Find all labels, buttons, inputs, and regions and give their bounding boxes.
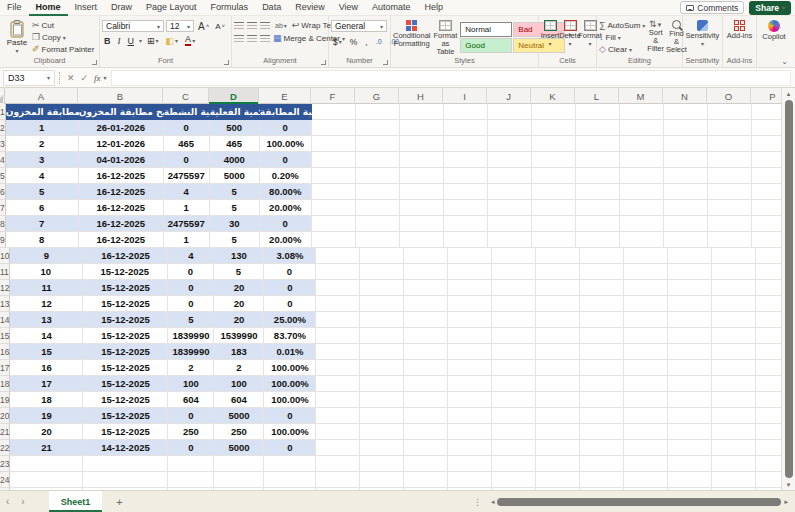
autosum-button[interactable]: ∑AutoSum▾ [599, 20, 645, 31]
font-color-button[interactable]: A▾ [183, 35, 197, 46]
cell-L23[interactable] [580, 456, 624, 472]
cell-C9[interactable]: 1 [164, 232, 210, 248]
cell-J14[interactable] [492, 312, 536, 328]
cell-B24[interactable] [83, 472, 168, 488]
cell-M13[interactable] [624, 296, 668, 312]
menu-tab-draw[interactable]: Draw [104, 0, 139, 16]
cell-C15[interactable]: 1839990 [168, 328, 214, 344]
cell-F5[interactable] [312, 168, 356, 184]
row-header-22[interactable]: 22 [0, 440, 10, 456]
cell-L22[interactable] [580, 440, 624, 456]
cut-button[interactable]: ✂Cut [32, 20, 94, 31]
sensitivity-button[interactable]: Sensitivity ▾ [685, 18, 720, 48]
column-header-L[interactable]: L [575, 88, 619, 104]
addins-button[interactable]: Add-ins [725, 18, 754, 40]
cell-G22[interactable] [360, 440, 404, 456]
row-header-19[interactable]: 19 [0, 392, 10, 408]
cell-E12[interactable]: 0 [264, 280, 316, 296]
cell-A1[interactable]: رقم مطابقة المخزون [6, 104, 79, 120]
cell-G7[interactable] [356, 200, 400, 216]
scrollbar-resize-handle[interactable]: ⋮ [473, 497, 482, 507]
cell-E4[interactable]: 0 [260, 152, 312, 168]
column-header-A[interactable]: A [5, 88, 78, 104]
cell-L14[interactable] [580, 312, 624, 328]
fill-button[interactable]: ↓Fill▾ [599, 32, 645, 43]
cell-B17[interactable]: 15-12-2025 [83, 360, 168, 376]
row-header-23[interactable]: 23 [0, 456, 10, 472]
formula-input[interactable] [111, 70, 791, 86]
cell-C20[interactable]: 0 [168, 408, 214, 424]
cell-A2[interactable]: 1 [6, 120, 79, 136]
cell-J24[interactable] [492, 472, 536, 488]
cell-B6[interactable]: 16-12-2025 [79, 184, 164, 200]
cell-G18[interactable] [360, 376, 404, 392]
cell-I20[interactable] [448, 408, 492, 424]
cell-C4[interactable]: 0 [164, 152, 210, 168]
cell-D12[interactable]: 20 [214, 280, 264, 296]
align-right-icon[interactable] [260, 35, 270, 43]
cell-H23[interactable] [404, 456, 448, 472]
align-left-icon[interactable] [234, 35, 244, 43]
cell-A23[interactable] [10, 456, 83, 472]
cell-J4[interactable] [488, 152, 532, 168]
cell-B11[interactable]: 15-12-2025 [83, 264, 168, 280]
cell-B4[interactable]: 04-01-2026 [79, 152, 164, 168]
cell-O12[interactable] [712, 280, 756, 296]
cancel-formula-icon[interactable]: ✕ [67, 73, 75, 83]
cell-J1[interactable] [488, 104, 532, 120]
font-name-select[interactable]: Calibri▾ [102, 20, 164, 32]
cell-N12[interactable] [668, 280, 712, 296]
cell-B12[interactable]: 15-12-2025 [83, 280, 168, 296]
cell-F18[interactable] [316, 376, 360, 392]
comma-button[interactable]: , [363, 37, 369, 47]
cell-G10[interactable] [360, 248, 404, 264]
cell-N7[interactable] [664, 200, 708, 216]
cell-F21[interactable] [316, 424, 360, 440]
menu-tab-help[interactable]: Help [418, 0, 451, 16]
cell-H15[interactable] [404, 328, 448, 344]
cell-M10[interactable] [624, 248, 668, 264]
alignment-dialog-launcher[interactable] [321, 60, 326, 65]
cell-B10[interactable]: 16-12-2025 [83, 248, 168, 264]
cell-D7[interactable]: 5 [210, 200, 260, 216]
cell-H7[interactable] [400, 200, 444, 216]
cell-N22[interactable] [668, 440, 712, 456]
cell-E24[interactable] [264, 472, 316, 488]
cell-C5[interactable]: 2475597 [164, 168, 210, 184]
cell-D21[interactable]: 250 [214, 424, 264, 440]
cell-C8[interactable]: 2475597 [164, 216, 210, 232]
cell-K24[interactable] [536, 472, 580, 488]
clear-button[interactable]: ◇Clear▾ [599, 44, 645, 55]
cell-E1[interactable]: نسبة المطابقة [260, 104, 312, 120]
cell-O8[interactable] [708, 216, 752, 232]
cell-E2[interactable]: 0 [260, 120, 312, 136]
cell-L4[interactable] [576, 152, 620, 168]
cell-H5[interactable] [400, 168, 444, 184]
cell-O13[interactable] [712, 296, 756, 312]
cell-O21[interactable] [712, 424, 756, 440]
cell-N8[interactable] [664, 216, 708, 232]
cell-D1[interactable]: الكمية الفعلية [210, 104, 260, 120]
conditional-formatting-button[interactable]: Conditional Formatting [393, 18, 431, 48]
cell-K11[interactable] [536, 264, 580, 280]
menu-tab-home[interactable]: Home [29, 0, 68, 16]
cell-L5[interactable] [576, 168, 620, 184]
column-header-E[interactable]: E [259, 88, 311, 104]
cell-O4[interactable] [708, 152, 752, 168]
cell-K22[interactable] [536, 440, 580, 456]
cell-I6[interactable] [444, 184, 488, 200]
cell-M7[interactable] [620, 200, 664, 216]
cell-J10[interactable] [492, 248, 536, 264]
font-dialog-launcher[interactable] [224, 60, 229, 65]
cell-K23[interactable] [536, 456, 580, 472]
orientation-button[interactable]: ab▾ [273, 22, 289, 29]
cell-F9[interactable] [312, 232, 356, 248]
cell-N23[interactable] [668, 456, 712, 472]
cell-M11[interactable] [624, 264, 668, 280]
font-size-select[interactable]: 12▾ [166, 20, 194, 32]
menu-tab-review[interactable]: Review [288, 0, 332, 16]
cell-F1[interactable] [312, 104, 356, 120]
cell-I5[interactable] [444, 168, 488, 184]
cell-B8[interactable]: 16-12-2025 [79, 216, 164, 232]
sheet-tab[interactable]: Sheet1 [49, 491, 103, 512]
